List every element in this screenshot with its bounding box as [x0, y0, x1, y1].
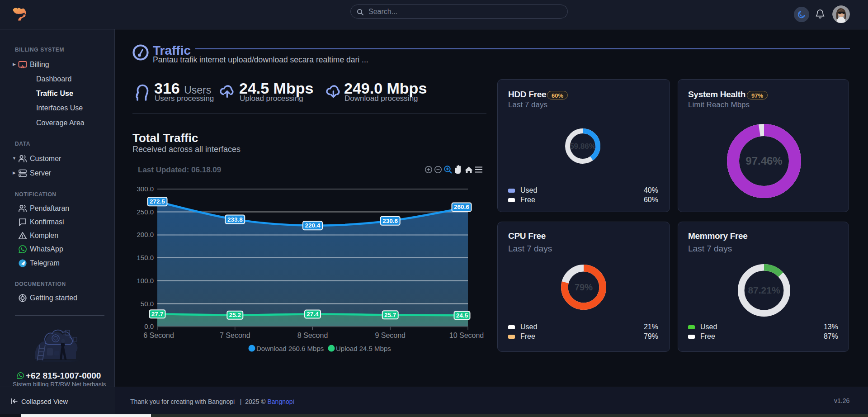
svg-text:50.0: 50.0 [141, 300, 154, 308]
svg-text:0.0: 0.0 [144, 322, 154, 330]
svg-text:10 Second: 10 Second [449, 332, 484, 339]
svg-text:24.5: 24.5 [456, 312, 468, 319]
svg-text:79%: 79% [575, 282, 593, 292]
svg-text:25.2: 25.2 [229, 312, 241, 318]
svg-text:233.8: 233.8 [227, 216, 243, 223]
svg-text:220.4: 220.4 [305, 222, 321, 229]
svg-text:250.0: 250.0 [137, 208, 154, 216]
svg-text:27.4: 27.4 [307, 311, 319, 317]
svg-text:Upload 24.5 Mbps: Upload 24.5 Mbps [336, 345, 391, 352]
svg-text:87.21%: 87.21% [748, 285, 780, 295]
svg-text:260.6: 260.6 [454, 204, 469, 210]
svg-text:230.6: 230.6 [382, 218, 398, 224]
svg-text:272.5: 272.5 [150, 198, 165, 205]
svg-text:25.7: 25.7 [384, 312, 396, 318]
svg-text:200.0: 200.0 [137, 231, 154, 238]
svg-text:97.46%: 97.46% [745, 155, 782, 167]
svg-text:150.0: 150.0 [137, 254, 154, 261]
svg-text:7 Second: 7 Second [220, 332, 250, 339]
svg-text:Download 260.6 Mbps: Download 260.6 Mbps [256, 345, 324, 352]
svg-text:9 Second: 9 Second [375, 332, 406, 339]
svg-text:300.0: 300.0 [137, 185, 154, 193]
svg-text:27.7: 27.7 [151, 311, 163, 317]
svg-text:100.0: 100.0 [137, 277, 154, 284]
svg-text:59.86%: 59.86% [570, 142, 596, 151]
svg-text:6 Second: 6 Second [143, 332, 174, 339]
svg-text:8 Second: 8 Second [297, 332, 328, 339]
